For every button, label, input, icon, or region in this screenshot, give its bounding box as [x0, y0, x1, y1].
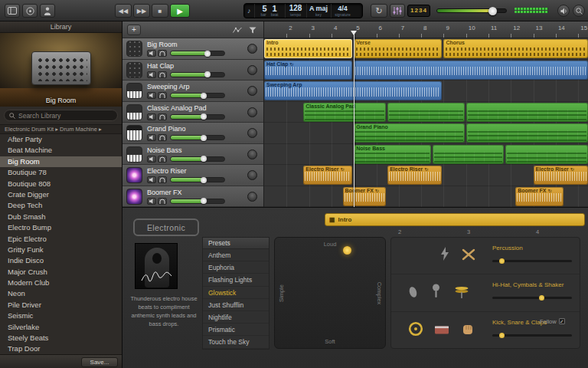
automation-button[interactable] — [231, 25, 243, 34]
solo-button[interactable] — [158, 92, 167, 99]
kick-knob[interactable] — [499, 333, 505, 338]
region-loop-segment[interactable] — [466, 103, 588, 122]
track-header-sweeping-arp[interactable]: Sweeping Arp — [122, 80, 263, 102]
region-sweeping-arp[interactable]: Sweeping Arp — [264, 81, 442, 100]
mute-button[interactable] — [147, 198, 156, 205]
solo-button[interactable] — [158, 71, 167, 78]
library-item-boutique-78[interactable]: Boutique 78 — [0, 167, 122, 178]
region-loop-segment[interactable] — [433, 145, 504, 164]
mute-button[interactable] — [147, 156, 156, 163]
pan-knob[interactable] — [247, 170, 257, 180]
pan-knob[interactable] — [247, 86, 257, 96]
master-volume-knob[interactable] — [488, 7, 497, 15]
rewind-button[interactable]: ◀◀ — [115, 4, 132, 18]
pan-knob[interactable] — [247, 128, 257, 138]
library-item-electro-bump[interactable]: Electro Bump — [0, 222, 122, 233]
editor-region-bar[interactable]: ▦ Intro — [325, 213, 585, 226]
region-intro[interactable]: Intro — [264, 39, 352, 58]
preset-item-euphoria[interactable]: Euphoria — [203, 261, 269, 274]
library-item-major-crush[interactable]: Major Crush — [0, 267, 122, 278]
region-loop-segment[interactable] — [387, 103, 465, 122]
preset-item-glowstick[interactable]: Glowstick — [203, 287, 269, 299]
hihat-slider[interactable] — [492, 297, 572, 299]
region-hat-clap[interactable]: Hat Clap ↻ — [264, 61, 352, 80]
library-item-steely-beats[interactable]: Steely Beats — [0, 333, 122, 343]
track-header-grand-piano[interactable]: Grand Piano — [122, 123, 263, 144]
volume-slider[interactable] — [170, 199, 225, 204]
playhead[interactable] — [354, 31, 354, 207]
play-button[interactable]: ▶ — [170, 4, 190, 18]
library-search[interactable] — [4, 110, 118, 121]
region-classic-analog-pad[interactable]: Classic Analog Pad — [303, 103, 386, 122]
volume-slider[interactable] — [170, 114, 225, 120]
solo-button[interactable] — [158, 156, 167, 163]
volume-slider[interactable] — [170, 156, 225, 162]
region-electro-riser[interactable]: Electro Riser ↻ — [387, 166, 442, 185]
loop-browser-button[interactable] — [22, 4, 38, 18]
track-header-noise-bass[interactable]: Noise Bass — [122, 144, 263, 166]
library-item-big-room[interactable]: Big Room — [0, 156, 122, 167]
solo-button[interactable] — [158, 50, 167, 57]
library-item-dub-smash[interactable]: Dub Smash — [0, 212, 122, 222]
region-boomer-fx[interactable]: Boomer FX ↻ — [343, 187, 387, 206]
track-header-big-room[interactable]: Big Room — [122, 38, 263, 60]
xy-puck[interactable] — [343, 246, 351, 255]
mute-button[interactable] — [147, 50, 156, 57]
lcd-display[interactable]: ♪ 5 1 bar beat 128 tempo A maj key — [243, 3, 363, 18]
library-item-pile-driver[interactable]: Pile Driver — [0, 300, 122, 310]
forward-button[interactable]: ▶▶ — [133, 4, 150, 18]
library-item-beat-machine[interactable]: Beat Machine — [0, 145, 122, 156]
volume-knob[interactable] — [201, 113, 207, 120]
volume-slider[interactable] — [170, 93, 225, 98]
library-item-trap-door[interactable]: Trap Door — [0, 343, 122, 354]
preset-item-prismatic[interactable]: Prismatic — [203, 324, 269, 336]
library-item-silverlake[interactable]: Silverlake — [0, 322, 122, 333]
region-loop-segment[interactable] — [466, 123, 588, 143]
track-header-electro-riser[interactable]: Electro Riser — [122, 165, 263, 186]
library-item-modern-club[interactable]: Modern Club — [0, 278, 122, 288]
region-grand-piano[interactable]: Grand Piano — [354, 123, 465, 143]
library-item-crate-digger[interactable]: Crate Digger — [0, 189, 122, 200]
volume-slider[interactable] — [170, 72, 225, 77]
pan-knob[interactable] — [247, 107, 257, 117]
region-electro-riser[interactable]: Electro Riser ↻ — [303, 166, 352, 185]
smart-controls-button[interactable] — [390, 4, 405, 18]
stop-button[interactable]: ■ — [152, 4, 168, 18]
kick-slider[interactable] — [492, 334, 572, 337]
library-item-neon[interactable]: Neon — [0, 288, 122, 299]
region-verse[interactable]: Verse — [354, 39, 442, 58]
master-volume-slider[interactable] — [436, 8, 507, 13]
musical-typing-button[interactable] — [40, 4, 55, 18]
preset-item-touch-the-sky[interactable]: Touch the Sky — [203, 336, 269, 348]
mute-button[interactable] — [147, 113, 156, 120]
library-toggle-button[interactable] — [5, 4, 20, 18]
cycle-button[interactable]: ↻ — [371, 4, 387, 18]
preset-item-nightlife[interactable]: Nightlife — [203, 311, 269, 324]
pan-knob[interactable] — [247, 150, 257, 159]
region-noise-bass[interactable]: Noise Bass — [354, 145, 431, 164]
volume-knob[interactable] — [204, 71, 211, 77]
region-electro-riser[interactable]: Electro Riser ↻ — [534, 166, 588, 185]
filter-button[interactable] — [247, 25, 259, 34]
pan-knob[interactable] — [247, 192, 257, 202]
genre-card[interactable]: Electronic — [133, 219, 199, 236]
volume-slider[interactable] — [170, 177, 225, 182]
mute-button[interactable] — [147, 134, 156, 141]
region-loop-segment[interactable] — [354, 61, 588, 80]
percussion-knob[interactable] — [499, 258, 505, 264]
mute-button[interactable] — [147, 92, 156, 99]
library-item-after-party[interactable]: After Party — [0, 134, 122, 145]
bar-ruler[interactable]: 23456789101112131415 — [264, 21, 588, 38]
follow-checkbox[interactable]: ✓ — [559, 318, 565, 324]
solo-button[interactable] — [158, 113, 167, 120]
count-in-button[interactable]: 1234 — [407, 5, 430, 17]
track-header-hat-clap[interactable]: Hat Clap — [122, 60, 263, 81]
region-boomer-fx[interactable]: Boomer FX ↻ — [515, 187, 563, 206]
save-button[interactable]: Save... — [81, 357, 118, 367]
solo-button[interactable] — [158, 198, 167, 205]
follow-control[interactable]: Follow ✓ — [540, 318, 565, 325]
library-item-deep-tech[interactable]: Deep Tech — [0, 200, 122, 211]
pan-knob[interactable] — [247, 44, 257, 54]
volume-slider[interactable] — [170, 51, 225, 56]
volume-knob[interactable] — [201, 93, 207, 99]
